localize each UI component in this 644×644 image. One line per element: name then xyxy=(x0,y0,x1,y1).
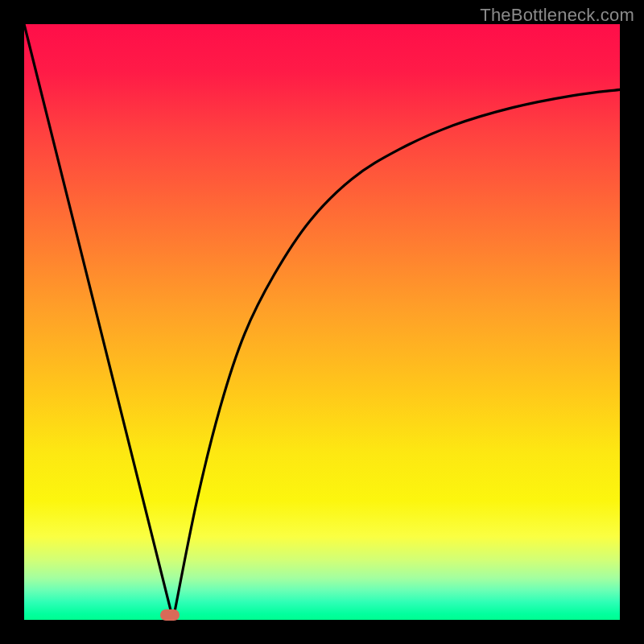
plot-area xyxy=(24,24,620,620)
minimum-marker xyxy=(160,609,180,621)
bottleneck-curve xyxy=(24,24,620,620)
curve-svg xyxy=(24,24,620,620)
chart-frame: TheBottleneck.com xyxy=(0,0,644,644)
attribution-text: TheBottleneck.com xyxy=(480,5,634,26)
